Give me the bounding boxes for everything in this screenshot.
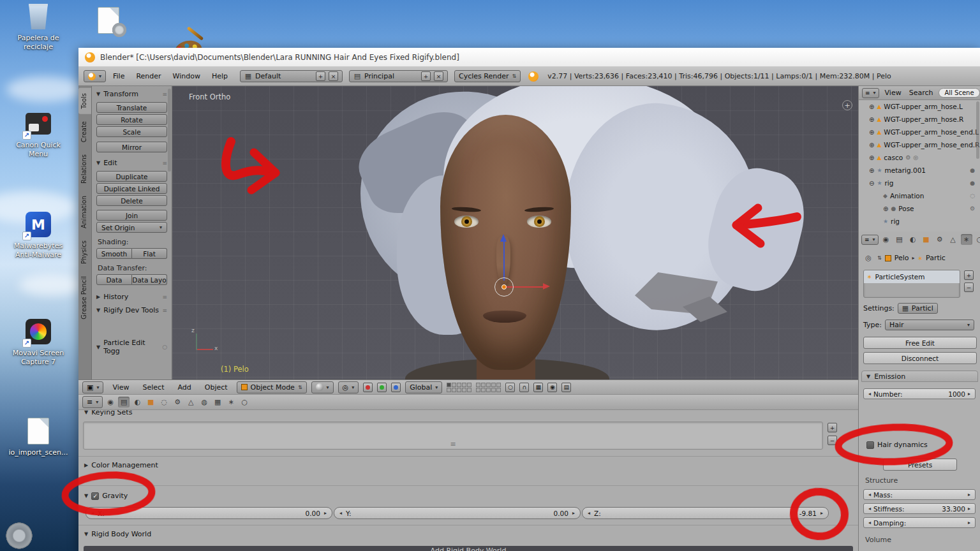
history-panel-header[interactable]: ▶History≡ <box>92 290 172 304</box>
outliner-row[interactable]: ⊕▲WGT-upper_arm_hose.R <box>859 113 980 126</box>
add-layout-button[interactable]: + <box>316 71 325 81</box>
menu-view[interactable]: View <box>108 383 133 392</box>
set-origin-dropdown[interactable]: Set Origin▾ <box>96 222 167 233</box>
stiffness-slider[interactable]: ◂ Stiffness: 33.300 ▸ <box>863 503 976 514</box>
tool-shelf-scrollbar[interactable] <box>168 89 171 172</box>
particle-system-list[interactable]: ∗ParticleSystem <box>863 270 960 298</box>
damping-slider[interactable]: ◂ Damping: ▸ <box>863 517 976 528</box>
desktop-icon-malwarebytes[interactable]: M↗ Malwarebytes Anti-Malware <box>8 209 69 260</box>
edit-panel-header[interactable]: ▼Edit≡ <box>92 156 172 170</box>
outliner-item-label[interactable]: metarig.001 <box>884 166 926 174</box>
constraints-tab-icon[interactable]: ◌ <box>158 397 170 408</box>
outliner-menu-search[interactable]: Search <box>907 89 935 97</box>
rigid-body-panel-header[interactable]: ▼Rigid Body World <box>80 527 156 541</box>
outliner-row[interactable]: ⊖★rig● <box>859 177 980 189</box>
outliner-item-label[interactable]: Pose <box>898 205 914 212</box>
manipulator-translate-button[interactable] <box>363 383 373 392</box>
resize-handle-icon[interactable]: ≡ <box>450 440 456 448</box>
manipulator-z-arrowhead[interactable] <box>500 234 507 242</box>
delete-button[interactable]: Delete <box>96 195 167 206</box>
increment-icon[interactable]: ▸ <box>968 506 970 511</box>
tab-tools[interactable]: Tools <box>78 88 91 114</box>
tab-animation[interactable]: Animation <box>78 191 91 233</box>
render-tab-icon[interactable]: ◉ <box>105 397 116 408</box>
physics-tab-icon[interactable]: ○ <box>974 234 980 245</box>
texture-tab-icon[interactable]: ▦ <box>212 397 223 408</box>
lock-icon[interactable]: ○ <box>505 383 515 392</box>
scene-selector[interactable]: ▤ Principal + × <box>349 70 448 82</box>
increment-icon[interactable]: ▸ <box>572 510 575 516</box>
render-still-button[interactable]: ◉ <box>547 383 557 392</box>
gravity-y-field[interactable]: ◂ Y: 0.00 ▸ <box>334 507 581 519</box>
gravity-z-field[interactable]: ◂ Z: -9.81 ▸ <box>582 507 829 519</box>
particle-settings-selector[interactable]: ▦Particl <box>898 303 938 314</box>
restrict-icons[interactable]: ● <box>970 167 980 173</box>
object-tab-icon[interactable]: ■ <box>145 397 156 408</box>
decrement-icon[interactable]: ◂ <box>91 510 94 516</box>
scene-tab-icon[interactable]: ▤ <box>118 397 130 408</box>
pin-icon[interactable]: ◎ <box>863 253 874 263</box>
physics-tab-icon[interactable]: ○ <box>239 397 250 408</box>
editor-type-button[interactable]: ≡▾ <box>862 88 879 98</box>
outliner-item-label[interactable]: WGT-upper_arm_hose.L <box>884 103 963 110</box>
remove-keying-set-button[interactable]: − <box>828 436 837 445</box>
close-layout-button[interactable]: × <box>329 71 338 81</box>
add-rigid-body-world-button[interactable]: Add Rigid Body World <box>84 546 853 551</box>
gravity-panel-header[interactable]: ▼ ✓ Gravity <box>80 489 132 503</box>
tab-relations[interactable]: Relations <box>78 149 91 189</box>
gravity-checkbox[interactable]: ✓ <box>91 492 99 500</box>
add-particle-system-button[interactable]: + <box>964 270 974 280</box>
join-button[interactable]: Join <box>96 210 167 221</box>
expand-icon[interactable]: ⊕ <box>869 129 874 136</box>
outliner-row[interactable]: ⊕▲WGT-upper_arm_hose.L <box>859 100 980 113</box>
flat-button[interactable]: Flat <box>132 248 167 259</box>
color-management-panel-header[interactable]: ▶Color Management <box>80 459 163 472</box>
duplicate-button[interactable]: Duplicate <box>96 171 167 182</box>
increment-icon[interactable]: ▸ <box>324 510 327 516</box>
outliner-item-label[interactable]: rig <box>884 179 893 187</box>
screen-layout-selector[interactable]: ▦ Default + × <box>240 70 343 82</box>
data-tab-icon[interactable]: △ <box>185 397 197 408</box>
editor-type-button[interactable]: ≡▾ <box>861 235 879 245</box>
scale-button[interactable]: Scale <box>96 126 167 137</box>
mode-selector[interactable]: Object Mode⇅ <box>237 381 307 393</box>
manipulator-scale-button[interactable] <box>391 383 401 392</box>
editor-type-button[interactable]: ≡▾ <box>82 396 103 408</box>
modifiers-tab-icon[interactable]: ⚙ <box>934 234 946 245</box>
expand-icon[interactable]: ⊕ <box>869 167 874 174</box>
menu-add[interactable]: Add <box>173 383 195 392</box>
mirror-button[interactable]: Mirror <box>96 142 167 152</box>
scene-name[interactable]: Principal <box>364 72 418 80</box>
outliner-row[interactable]: ⊕●Pose⚙ <box>859 202 980 215</box>
mass-slider[interactable]: ◂ Mass: ▸ <box>863 489 976 500</box>
orientation-selector[interactable]: Global▾ <box>405 381 442 393</box>
increment-icon[interactable]: ▸ <box>968 492 970 497</box>
desktop-icon-canon-quick-menu[interactable]: ↗ Canon Quick Menu <box>8 108 69 159</box>
outliner-row[interactable]: ⊕★metarig.001● <box>859 164 980 177</box>
desktop-icon-io-import[interactable]: io_import_scen... <box>8 416 69 457</box>
increment-icon[interactable]: ▸ <box>968 391 970 397</box>
add-keying-set-button[interactable]: + <box>828 423 837 432</box>
desktop-icon-config-file[interactable] <box>93 5 124 36</box>
close-scene-button[interactable]: × <box>434 71 443 81</box>
modifiers-tab-icon[interactable]: ⚙ <box>172 397 183 408</box>
menu-render[interactable]: Render <box>131 72 165 80</box>
breadcrumb-object[interactable]: Pelo <box>895 254 909 262</box>
restrict-icons[interactable]: ◌ <box>970 193 980 199</box>
menu-select[interactable]: Select <box>138 383 169 392</box>
rotate-button[interactable]: Rotate <box>96 114 167 125</box>
increment-icon[interactable]: ▸ <box>968 520 970 525</box>
expand-icon[interactable]: ⊕ <box>883 205 888 212</box>
particle-system-item[interactable]: ∗ParticleSystem <box>864 270 960 283</box>
particles-tab-icon[interactable]: ∗ <box>225 397 237 408</box>
world-tab-icon[interactable]: ◐ <box>131 397 143 408</box>
outliner-row[interactable]: ⊕▲casco⚙◎ <box>859 151 980 164</box>
menu-object[interactable]: Object <box>200 383 232 392</box>
tab-grease-pencil[interactable]: Grease Pencil <box>78 271 91 325</box>
pivot-selector[interactable]: ◎▾ <box>338 381 359 393</box>
editor-type-button[interactable]: ▾ <box>84 70 106 82</box>
expand-icon[interactable]: ⊕ <box>869 103 874 110</box>
snap-magnet-button[interactable]: ∩ <box>519 383 529 392</box>
scene-browse-icon[interactable]: ▤ <box>353 71 361 82</box>
data-layout-button[interactable]: Data Layo <box>132 274 167 285</box>
